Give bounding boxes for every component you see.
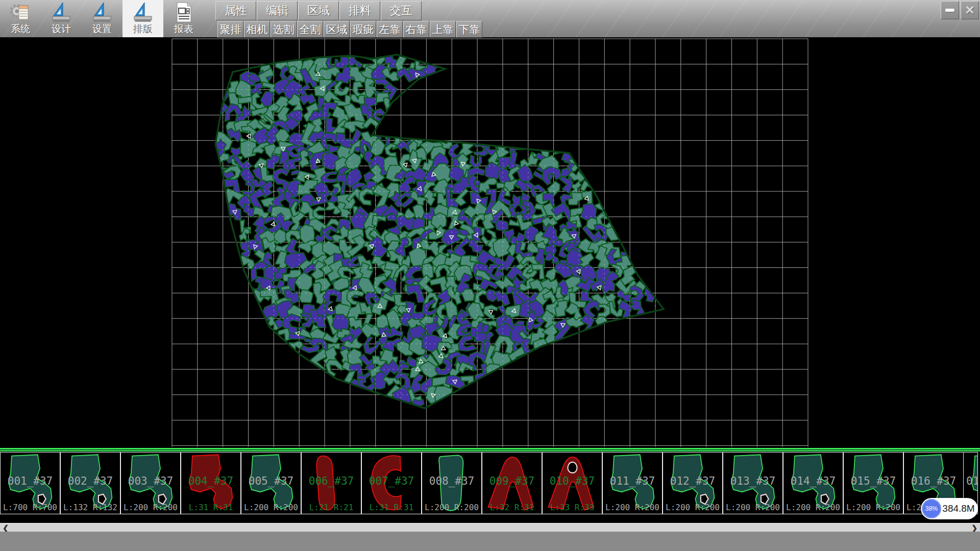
piece-count: L:32 R:31 <box>482 503 542 512</box>
piece-name: 015_#37 <box>844 475 903 487</box>
menu-item-properties[interactable]: 属性 <box>215 1 256 20</box>
piece-name: 012_#37 <box>663 475 722 487</box>
piece-thumbnail[interactable]: 003_#37 L:200 R:200 <box>120 452 181 514</box>
app-tab-design[interactable]: 设计 <box>41 0 82 37</box>
app-tab-label: 报表 <box>174 23 193 35</box>
piece-thumbnail[interactable]: 012_#37 L:200 R:200 <box>663 452 723 514</box>
piece-count: L:200 R:200 <box>723 503 782 512</box>
piece-thumbnail[interactable]: 006_#37 L:21 R:21 <box>301 452 361 514</box>
tool-button-snap-left[interactable]: 左靠 <box>377 21 403 38</box>
status-bar <box>0 532 980 551</box>
ruler-icon <box>91 1 113 23</box>
tool-button-region[interactable]: 区域 <box>324 21 350 38</box>
piece-count: L:200 R:200 <box>121 503 180 512</box>
piece-count: L:200 R:200 <box>663 503 722 512</box>
nesting-canvas-svg <box>0 37 980 448</box>
piece-name: 017_#37 <box>964 475 978 487</box>
piece-count: L:700 R:700 <box>1 503 60 512</box>
minimize-button[interactable] <box>941 1 959 19</box>
report-icon <box>173 1 195 23</box>
piece-name: 006_#37 <box>302 475 361 487</box>
piece-thumbnail[interactable]: 001_#37 L:700 R:700 <box>0 452 60 514</box>
menu-row-primary: 属性编辑区域排料交互 <box>215 1 422 20</box>
minimize-icon <box>945 9 954 12</box>
tool-button-defect[interactable]: 瑕疵 <box>350 21 376 38</box>
app-tab-label: 系统 <box>11 23 30 35</box>
piece-count: L:31 R:31 <box>362 503 421 512</box>
menu-row-tools: 聚排相机选割全割区域瑕疵左靠右靠上靠下靠 <box>217 21 483 38</box>
piece-count: L:33 R:33 <box>543 503 602 512</box>
ruler-icon <box>132 1 154 23</box>
piece-name: 002_#37 <box>61 475 120 487</box>
piece-count: L:200 R:200 <box>603 503 662 512</box>
piece-count: L:200 R:200 <box>241 503 301 512</box>
piece-name: 014_#37 <box>783 475 843 487</box>
app-tab-label: 设置 <box>92 23 112 35</box>
app-window: 系统 设计 设置 排版 报表 属性编辑区域排料交互 聚排相机选割全割区域瑕疵左靠… <box>0 0 980 551</box>
piece-name: 004_#37 <box>181 475 240 487</box>
leather-hide-pieces <box>210 54 656 412</box>
window-controls: ✕ <box>939 1 979 19</box>
scroll-right-arrow[interactable]: ❯ <box>970 523 979 532</box>
memory-percent-indicator: 38% <box>922 499 941 518</box>
piece-thumbnail[interactable]: 005_#37 L:200 R:200 <box>241 452 301 514</box>
memory-badge: 38% 384.8M <box>921 498 978 519</box>
piece-thumbnail[interactable]: 013_#37 L:200 R:200 <box>723 452 783 514</box>
piece-name: 013_#37 <box>723 475 782 487</box>
piece-thumbnail-strip: 001_#37 L:700 R:700 002_#37 L:132 R:132 … <box>0 452 980 514</box>
piece-thumbnail[interactable]: 010_#37 L:33 R:33 <box>542 452 602 514</box>
piece-name: 003_#37 <box>121 475 180 487</box>
piece-name: 001_#37 <box>1 475 60 487</box>
piece-thumbnail[interactable]: 008_#37 L:200 R:200 <box>422 452 482 514</box>
app-tab-label: 排版 <box>133 23 153 35</box>
piece-count: L:21 R:21 <box>302 503 361 512</box>
piece-thumbnail[interactable]: 014_#37 L:200 R:200 <box>783 452 843 514</box>
menu-item-interact[interactable]: 交互 <box>381 1 422 20</box>
piece-name: 016_#37 <box>904 475 963 487</box>
strip-divider <box>0 448 980 452</box>
piece-name: 010_#37 <box>543 475 602 487</box>
app-tab-label: 设计 <box>52 23 71 35</box>
menu-item-region[interactable]: 区域 <box>298 1 339 20</box>
piece-name: 007_#37 <box>362 475 421 487</box>
close-icon: ✕ <box>965 4 975 16</box>
app-mode-bar: 系统 设计 设置 排版 报表 <box>0 0 204 37</box>
menu-item-nesting[interactable]: 排料 <box>339 1 380 20</box>
tool-button-cluster-nest[interactable]: 聚排 <box>217 21 243 38</box>
piece-thumbnail[interactable]: 009_#37 L:32 R:31 <box>482 452 542 514</box>
horizontal-scrollbar[interactable]: ❮ ❯ <box>0 523 980 532</box>
piece-count: L:200 R:200 <box>783 503 843 512</box>
piece-name: 005_#37 <box>241 475 301 487</box>
scroll-left-arrow[interactable]: ❮ <box>1 523 10 532</box>
piece-count: L:31 R:31 <box>181 503 240 512</box>
app-tab-system[interactable]: 系统 <box>0 0 41 37</box>
app-tab-report[interactable]: 报表 <box>163 0 204 37</box>
piece-name: 011_#37 <box>603 475 662 487</box>
close-button[interactable]: ✕ <box>961 1 979 19</box>
tool-button-cut-all[interactable]: 全割 <box>297 21 323 38</box>
piece-count: L:132 R:132 <box>61 503 120 512</box>
piece-thumbnail[interactable]: 015_#37 L:200 R:200 <box>843 452 903 514</box>
tool-button-select-cut[interactable]: 选割 <box>271 21 297 38</box>
piece-name: 008_#37 <box>422 475 481 487</box>
nesting-canvas[interactable] <box>0 37 980 448</box>
piece-thumbnail[interactable]: 011_#37 L:200 R:200 <box>602 452 663 514</box>
tool-button-snap-top[interactable]: 上靠 <box>430 21 456 38</box>
piece-count: L:200 R:200 <box>844 503 903 512</box>
system-icon <box>9 1 32 23</box>
ruler-icon <box>50 1 72 23</box>
menu-item-edit[interactable]: 编辑 <box>257 1 298 20</box>
tool-button-camera[interactable]: 相机 <box>244 21 270 38</box>
piece-name: 009_#37 <box>482 475 542 487</box>
tool-button-snap-bottom[interactable]: 下靠 <box>456 21 482 38</box>
app-tab-layout[interactable]: 排版 <box>122 0 163 37</box>
app-tab-settings[interactable]: 设置 <box>82 0 122 37</box>
piece-thumbnail[interactable]: 007_#37 L:31 R:31 <box>361 452 422 514</box>
piece-count: L:200 R:200 <box>422 503 481 512</box>
title-toolbar: 系统 设计 设置 排版 报表 属性编辑区域排料交互 聚排相机选割全割区域瑕疵左靠… <box>0 0 980 37</box>
memory-size-label: 384.8M <box>941 503 978 514</box>
piece-thumbnail[interactable]: 002_#37 L:132 R:132 <box>60 452 120 514</box>
piece-thumbnail[interactable]: 004_#37 L:31 R:31 <box>181 452 241 514</box>
strip-gap <box>0 514 980 523</box>
tool-button-snap-right[interactable]: 右靠 <box>403 21 429 38</box>
